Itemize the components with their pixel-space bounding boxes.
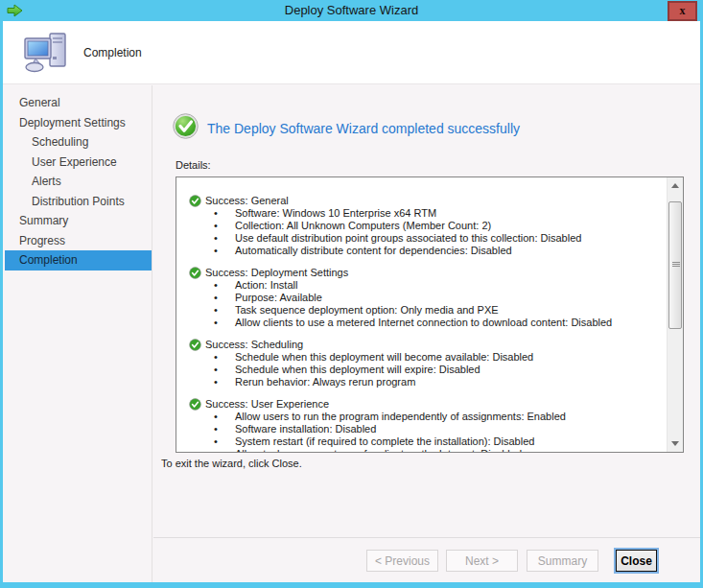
footer-button[interactable]: < Previous [366,550,438,572]
footer-divider [153,537,700,538]
sidebar-step-item[interactable]: Scheduling [5,132,152,153]
detail-line-text: Allow clients to use a metered Internet … [235,317,612,328]
wizard-steps-sidebar: General Deployment Settings Scheduling U… [3,85,152,582]
detail-line-text: Automatically distribute content for dep… [235,245,512,256]
wizard-buttons: < Previous Next > Summary Close [366,550,657,572]
detail-line-text: Task sequence deployment option: Only me… [235,304,499,316]
details-panel[interactable]: Success: General • Software: Windows 10 … [176,176,684,453]
detail-line: • Software: Windows 10 Enterprise x64 RT… [189,207,661,220]
titlebar[interactable]: Deploy Software Wizard x [0,0,703,21]
bullet-icon: • [214,364,218,376]
sidebar-step-item[interactable]: Alerts [5,172,152,192]
detail-line-text: Collection: All Unknown Computers (Membe… [235,220,491,231]
detail-line-text: Allow users to run the program independe… [235,411,566,422]
detail-line: • Task sequence deployment option: Only … [189,304,661,317]
detail-section: Success: General • Software: Windows 10 … [189,195,661,257]
scroll-up-button[interactable] [668,177,684,194]
detail-line-text: Schedule when this deployment will expir… [235,364,480,375]
sidebar-step-item[interactable]: Summary [5,211,152,231]
detail-line: • Allow users to run the program indepen… [189,411,661,423]
bullet-icon: • [214,448,218,453]
detail-section: Success: User Experience • Allow users t… [189,398,661,453]
sidebar-step-item[interactable]: Deployment Settings [5,113,152,133]
success-check-icon [173,113,199,143]
success-mini-check-icon [189,398,201,411]
detail-section: Success: Scheduling • Schedule when this… [189,339,661,388]
detail-section-title: Success: General [205,195,289,207]
detail-line: • Allow task sequence to run for client … [189,448,661,453]
detail-section: Success: Deployment Settings • Action: I… [189,267,661,329]
scroll-down-button[interactable] [668,435,684,452]
sidebar-step-item[interactable]: Completion [5,250,152,270]
detail-line-text: Software: Windows 10 Enterprise x64 RTM [235,207,436,219]
wizard-header: Completion [3,21,700,84]
footer-button[interactable]: Summary [527,550,598,572]
success-mini-check-icon [189,195,201,207]
detail-line: • Allow clients to use a metered Interne… [189,317,661,329]
details-text: Success: General • Software: Windows 10 … [176,177,667,453]
detail-line-text: Allow task sequence to run for client on… [235,448,522,453]
bullet-icon: • [214,220,218,232]
bullet-icon: • [214,423,218,435]
sidebar-step-item[interactable]: Distribution Points [5,192,152,212]
detail-line-text: Use default distribution point groups as… [235,232,581,244]
bullet-icon: • [214,207,218,220]
bullet-icon: • [214,245,218,257]
detail-line-text: Action: Install [235,279,297,291]
detail-line: • Use default distribution point groups … [189,232,661,245]
exit-hint: To exit the wizard, click Close. [161,458,302,469]
scroll-down-icon [671,441,679,446]
detail-line-text: Software installation: Disabled [235,423,376,435]
detail-line-text: System restart (if required to complete … [235,435,534,447]
window-border [0,582,703,588]
scroll-up-icon [671,183,679,188]
bullet-icon: • [214,435,218,448]
detail-line: • Purpose: Available [189,292,661,304]
bullet-icon: • [214,376,218,388]
computer-icon [22,30,72,76]
sidebar-step-item[interactable]: Progress [5,231,152,251]
detail-section-title: Success: Deployment Settings [205,267,348,279]
page-title: Completion [83,21,142,84]
detail-line: • Collection: All Unknown Computers (Mem… [189,220,661,232]
detail-section-title: Success: Scheduling [205,339,303,351]
detail-line: • System restart (if required to complet… [189,435,661,448]
bullet-icon: • [214,292,218,304]
detail-line: • Software installation: Disabled [189,423,661,435]
scrollbar-grip-icon [672,262,680,268]
success-mini-check-icon [189,339,201,351]
bullet-icon: • [214,279,218,292]
wizard-content: The Deploy Software Wizard completed suc… [153,85,700,582]
footer-button[interactable]: Close [616,550,657,572]
bullet-icon: • [214,304,218,317]
window-title: Deploy Software Wizard [0,0,703,21]
bullet-icon: • [214,317,218,329]
detail-line: • Automatically distribute content for d… [189,245,661,257]
bullet-icon: • [214,351,218,364]
scrollbar-thumb[interactable] [668,201,682,329]
detail-line: • Schedule when this deployment will exp… [189,364,661,376]
sidebar-step-item[interactable]: General [5,93,152,113]
close-button[interactable]: x [668,1,697,21]
success-mini-check-icon [189,267,201,279]
detail-line-text: Schedule when this deployment will becom… [235,351,533,363]
details-scrollbar[interactable] [667,177,683,452]
deploy-software-wizard-window: Deploy Software Wizard x [0,0,703,588]
detail-line-text: Purpose: Available [235,292,322,303]
detail-line: • Rerun behavior: Always rerun program [189,376,661,388]
footer-button[interactable]: Next > [446,550,518,572]
success-banner: The Deploy Software Wizard completed suc… [173,113,520,143]
success-message: The Deploy Software Wizard completed suc… [207,121,520,136]
detail-line: • Schedule when this deployment will bec… [189,351,661,364]
detail-section-title: Success: User Experience [205,398,329,411]
details-label: Details: [176,159,211,171]
sidebar-step-item[interactable]: User Experience [5,153,152,173]
bullet-icon: • [214,232,218,245]
detail-line: • Action: Install [189,279,661,292]
detail-line-text: Rerun behavior: Always rerun program [235,376,415,388]
bullet-icon: • [214,411,218,423]
